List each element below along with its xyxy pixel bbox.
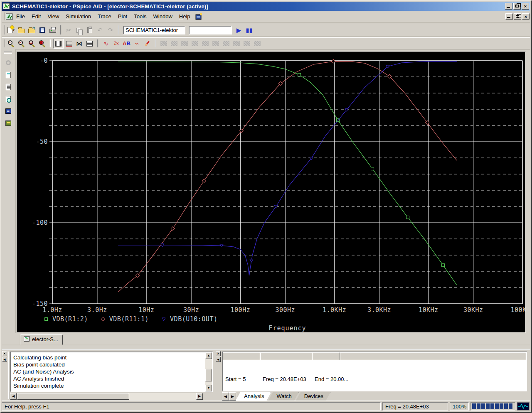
menu-plot[interactable]: Plot: [115, 12, 131, 21]
add-trace-button[interactable]: ∿: [101, 39, 111, 49]
performance-analysis-button[interactable]: [84, 39, 95, 49]
view-simulation-queue-button[interactable]: [3, 106, 13, 116]
doc-restore-button[interactable]: [514, 13, 521, 20]
log-x-axis-button[interactable]: [53, 39, 64, 49]
title-bar[interactable]: SCHEMATIC1-elektor - PSpice A/D - [elect…: [2, 2, 530, 11]
output-line: Calculating bias point: [13, 354, 204, 361]
sim-close-button[interactable]: ×: [216, 351, 221, 356]
insert-line-button[interactable]: ⌁: [132, 39, 142, 49]
menubar-grip[interactable]: [4, 12, 5, 20]
simulation-profile-combo[interactable]: [123, 26, 185, 34]
legend-item[interactable]: VDB(U10:OUT): [161, 315, 217, 323]
toolbar-grip[interactable]: [4, 25, 5, 34]
cursor-slope-icon: [192, 41, 198, 46]
zoom-fit-button[interactable]: ▣: [37, 39, 47, 49]
text-label-icon: AB: [123, 40, 131, 47]
doc-minimize-button[interactable]: [505, 13, 513, 20]
legend-item[interactable]: VDB(R1:2): [44, 315, 88, 323]
run-button[interactable]: ▶: [234, 25, 244, 35]
tabs-scroll-right-button[interactable]: ▶: [229, 392, 236, 401]
simulation-tabs: ◀ ▶ AnalysisWatchDevices: [222, 392, 527, 401]
open-simulation-button[interactable]: [27, 25, 37, 35]
menu-tools[interactable]: Tools: [131, 12, 150, 21]
document-icon[interactable]: [6, 13, 13, 20]
print-button[interactable]: [47, 25, 58, 35]
view-simulation-status-button[interactable]: [3, 118, 13, 128]
view-simulation-results-button[interactable]: [3, 94, 13, 104]
legend-label: VDB(R11:1): [109, 315, 149, 323]
schematic-icon[interactable]: [195, 13, 202, 20]
zoom-out-button[interactable]: −: [16, 39, 27, 49]
view-netlist-button[interactable]: [3, 70, 13, 80]
restore-button[interactable]: [513, 3, 521, 10]
menu-simulation[interactable]: Simulation: [62, 12, 94, 21]
document-tab[interactable]: elector-S...: [20, 334, 63, 345]
output-vscrollbar[interactable]: ▲ ▼: [205, 352, 212, 391]
mark-data-points-button[interactable]: [142, 39, 153, 49]
log-y-axis-button[interactable]: [64, 39, 74, 49]
menu-help[interactable]: Help: [176, 12, 194, 21]
menu-file[interactable]: File: [13, 12, 28, 21]
scroll-left-button[interactable]: ◀: [10, 393, 17, 400]
view-output-file-button[interactable]: [3, 82, 13, 92]
tab-watch[interactable]: Watch: [268, 392, 298, 401]
simulation-values-row: Start = 5 Freq = 20.48E+03 End = 20.00..…: [223, 376, 526, 382]
hscroll-thumb[interactable]: [17, 393, 129, 400]
eval-goal-function-icon: 7∕x: [113, 42, 118, 46]
menu-view[interactable]: View: [44, 12, 62, 21]
scroll-up-button[interactable]: ▲: [205, 352, 212, 359]
cursor-min-icon: [202, 41, 209, 46]
save-button[interactable]: [37, 25, 47, 35]
left-toolbar-grip[interactable]: [4, 52, 12, 54]
cursor-peak-button: [169, 39, 179, 49]
output-listbox[interactable]: Calculating bias pointBias point calcula…: [10, 352, 213, 392]
zoom-in-button[interactable]: +: [6, 39, 16, 49]
cursor-toggle-button: [158, 39, 169, 49]
open-folder-button[interactable]: [16, 25, 27, 35]
close-button[interactable]: ×: [522, 3, 529, 10]
save-icon: [39, 27, 45, 33]
eval-goal-function-button[interactable]: 7∕x: [111, 39, 121, 49]
pause-button[interactable]: ▮▮: [244, 25, 254, 35]
minimize-button[interactable]: [505, 3, 512, 10]
svg-text:-50: -50: [36, 138, 48, 145]
vscroll-thumb[interactable]: [205, 369, 212, 381]
plot-window[interactable]: -0-50-100-1501.0Hz3.0Hz10Hz30Hz100Hz300H…: [17, 52, 526, 333]
fourier-button[interactable]: ⋈: [74, 39, 84, 49]
document-tab-row: elector-S...: [2, 333, 530, 347]
tab-analysis[interactable]: Analysis: [235, 392, 271, 401]
tab-devices[interactable]: Devices: [296, 392, 330, 401]
output-line: AC Analysis finished: [13, 375, 204, 382]
zoom-in-icon: +: [7, 40, 15, 47]
cursor-search-button: [221, 39, 231, 49]
svg-text:3.0KHz: 3.0KHz: [367, 306, 391, 314]
output-dock-button[interactable]: ◂: [2, 357, 7, 362]
toolbar-separator: [60, 25, 61, 34]
goto-field[interactable]: [189, 26, 232, 34]
tabs-scroll-left-button[interactable]: ◀: [222, 392, 229, 401]
progress-block: [500, 403, 503, 409]
zoom-area-button[interactable]: ▭: [27, 39, 37, 49]
menu-window[interactable]: Window: [150, 12, 176, 21]
text-label-button[interactable]: AB: [121, 39, 132, 49]
scroll-right-button[interactable]: ▶: [196, 393, 203, 400]
new-simulation-icon: [7, 27, 12, 33]
menu-edit[interactable]: Edit: [28, 12, 44, 21]
output-line: AC (and Noise) Analysis: [13, 368, 204, 375]
doc-close-button[interactable]: ×: [522, 13, 530, 20]
scroll-down-button[interactable]: ▼: [205, 385, 212, 391]
statusbar-progress: [470, 402, 515, 411]
menu-trace[interactable]: Trace: [94, 12, 115, 21]
statusbar-help-text: For Help, press F1: [2, 402, 381, 411]
svg-text:300Hz: 300Hz: [275, 306, 295, 314]
svg-text:100KHz: 100KHz: [510, 306, 525, 314]
open-simulation-icon: [28, 29, 35, 33]
output-close-button[interactable]: ×: [2, 351, 7, 356]
output-hscrollbar[interactable]: ◀ ▶: [10, 393, 203, 400]
margin-label-button: [252, 39, 262, 49]
new-simulation-button[interactable]: ▾: [6, 25, 16, 35]
legend-item[interactable]: VDB(R11:1): [101, 315, 149, 323]
sim-dock-button[interactable]: ◂: [216, 357, 221, 362]
toolbar-grip[interactable]: [4, 39, 5, 47]
menu-bar: FileEditViewSimulationTracePlotToolsWind…: [2, 11, 530, 22]
